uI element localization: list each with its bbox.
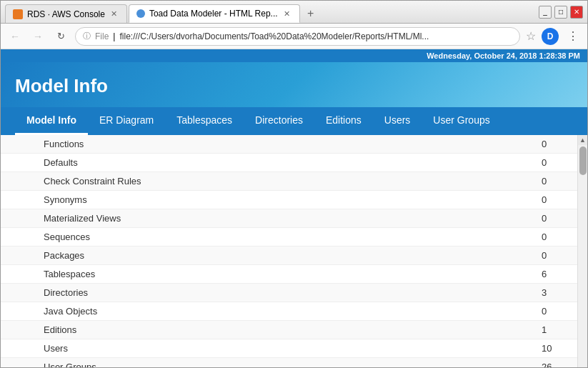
maximize-button[interactable]: □ (554, 6, 567, 19)
address-bar: ← → ↻ ⓘ File | file:///C:/Users/dvorha/D… (1, 24, 587, 49)
row-value: 0 (534, 247, 577, 265)
row-value: 0 (534, 172, 577, 191)
tab-directories[interactable]: Directories (244, 107, 314, 135)
title-bar: RDS · AWS Console ✕ Toad Data Modeler - … (1, 1, 587, 24)
row-value: 6 (534, 265, 577, 284)
table-row: User Groups 26 (1, 358, 577, 368)
tab-model-info[interactable]: Model Info (15, 107, 88, 135)
table-row: Check Constraint Rules 0 (1, 172, 577, 191)
row-label: Materialized Views (1, 209, 534, 228)
close-button[interactable]: ✕ (570, 6, 583, 19)
profile-button[interactable]: D (542, 28, 559, 45)
url-text: file:///C:/Users/dvorha/Documents/Toad%2… (119, 31, 429, 41)
table-row: Editions 1 (1, 321, 577, 339)
page-title: Model Info (15, 75, 573, 97)
row-label: User Groups (1, 358, 534, 368)
row-label: Packages (1, 247, 534, 265)
content-area: Functions 0 Defaults 0 Check Constraint … (1, 135, 587, 367)
row-value: 0 (534, 135, 577, 154)
row-label: Java Objects (1, 302, 534, 321)
tab-rds-close[interactable]: ✕ (109, 9, 119, 19)
tab-tablespaces[interactable]: Tablespaces (165, 107, 244, 135)
table-row: Sequences 0 (1, 228, 577, 247)
bookmark-button[interactable]: ☆ (526, 29, 536, 43)
tab-editions[interactable]: Editions (314, 107, 373, 135)
row-value: 0 (534, 302, 577, 321)
scroll-thumb[interactable] (579, 146, 587, 175)
table-row: Java Objects 0 (1, 302, 577, 321)
row-value: 0 (534, 209, 577, 228)
table-row: Functions 0 (1, 135, 577, 154)
table-row: Defaults 0 (1, 154, 577, 172)
doc-icon (136, 9, 145, 18)
tab-user-groups[interactable]: User Groups (422, 107, 501, 135)
new-tab-button[interactable]: + (302, 4, 320, 23)
row-value: 0 (534, 154, 577, 172)
row-value: 0 (534, 191, 577, 209)
table-row: Directories 3 (1, 284, 577, 302)
table-row: Packages 0 (1, 247, 577, 265)
scroll-content: Functions 0 Defaults 0 Check Constraint … (1, 135, 577, 367)
url-bar[interactable]: ⓘ File | file:///C:/Users/dvorha/Documen… (75, 27, 520, 46)
row-value: 3 (534, 284, 577, 302)
forward-button[interactable]: → (29, 28, 46, 45)
url-separator: | (113, 31, 115, 41)
more-options-button[interactable]: ⋮ (564, 29, 582, 43)
tab-users[interactable]: Users (373, 107, 422, 135)
tab-rds[interactable]: RDS · AWS Console ✕ (5, 4, 127, 23)
date-text: Wednesday, October 24, 2018 1:28:38 PM (427, 51, 580, 60)
aws-icon (13, 9, 23, 19)
refresh-button[interactable]: ↻ (52, 28, 69, 45)
scroll-up-arrow[interactable]: ▲ (578, 135, 588, 145)
tab-toad[interactable]: Toad Data Modeler - HTML Rep... ✕ (129, 4, 300, 23)
back-button[interactable]: ← (6, 28, 24, 45)
row-label: Tablespaces (1, 265, 534, 284)
tab-group: RDS · AWS Console ✕ Toad Data Modeler - … (5, 1, 320, 23)
nav-tabs: Model Info ER Diagram Tablespaces Direct… (1, 107, 587, 135)
row-label: Users (1, 339, 534, 358)
row-value: 0 (534, 228, 577, 247)
tab-toad-close[interactable]: ✕ (282, 9, 292, 19)
row-value: 1 (534, 321, 577, 339)
row-label: Synonyms (1, 191, 534, 209)
table-row: Synonyms 0 (1, 191, 577, 209)
browser-window: RDS · AWS Console ✕ Toad Data Modeler - … (0, 0, 588, 368)
table-row: Tablespaces 6 (1, 265, 577, 284)
tab-rds-label: RDS · AWS Console (27, 9, 105, 19)
data-table: Functions 0 Defaults 0 Check Constraint … (1, 135, 577, 367)
table-row: Materialized Views 0 (1, 209, 577, 228)
page-header: Model Info (1, 62, 587, 107)
file-label: File (95, 31, 109, 41)
tab-er-diagram[interactable]: ER Diagram (88, 107, 165, 135)
row-value: 26 (534, 358, 577, 368)
window-controls: _ □ ✕ (539, 6, 583, 19)
row-label: Directories (1, 284, 534, 302)
scrollbar-y[interactable]: ▲ ▼ (577, 135, 587, 367)
row-label: Sequences (1, 228, 534, 247)
row-label: Check Constraint Rules (1, 172, 534, 191)
tab-toad-label: Toad Data Modeler - HTML Rep... (149, 9, 278, 19)
row-label: Defaults (1, 154, 534, 172)
row-label: Editions (1, 321, 534, 339)
scroll-area: Functions 0 Defaults 0 Check Constraint … (1, 135, 587, 367)
row-label: Functions (1, 135, 534, 154)
minimize-button[interactable]: _ (539, 6, 552, 19)
lock-icon: ⓘ (83, 31, 91, 41)
table-row: Users 10 (1, 339, 577, 358)
date-bar: Wednesday, October 24, 2018 1:28:38 PM (1, 49, 587, 62)
row-value: 10 (534, 339, 577, 358)
